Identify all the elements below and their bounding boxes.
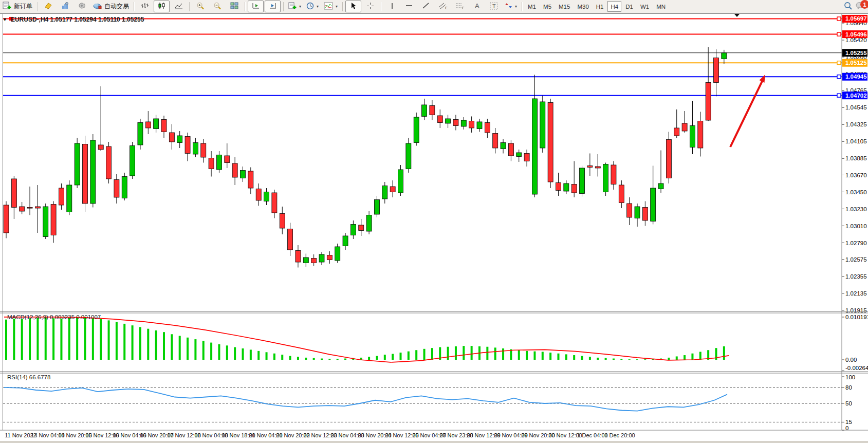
chart-shift-button[interactable] [265,1,281,12]
macd-histogram-bar [21,319,23,360]
date-axis-label[interactable]: 1 Dec 20:00 [604,432,635,438]
line-handle[interactable] [837,17,841,21]
sound-icon [78,2,86,11]
annotation-arrow[interactable] [730,79,763,147]
cursor-button[interactable] [345,1,361,12]
price-tick-label: 1.04545 [845,104,867,110]
price-level-badge-text: 1.04945 [845,73,867,80]
candle-body [706,83,711,121]
timeframe-m15[interactable]: M15 [556,1,573,12]
horizontal-line-button[interactable] [401,1,417,12]
timeframe-m5[interactable]: M5 [540,1,555,12]
timeframe-mn[interactable]: MN [653,1,669,12]
tile-windows-button[interactable] [226,1,242,12]
candle-body [272,193,277,213]
bar-chart-button[interactable] [137,1,153,12]
price-tick-label: 1.03670 [845,172,867,178]
candle-body [556,183,561,191]
macd-histogram-bar [549,353,551,360]
macd-histogram-bar [463,346,465,360]
timeframe-w1[interactable]: W1 [637,1,652,12]
templates-button[interactable]: ▾ [286,1,303,12]
chart-menu-icon[interactable]: ▼ [3,17,7,22]
fibonacci-button[interactable]: F [452,1,468,12]
charts-tag-button[interactable] [40,1,56,12]
candle-body [611,165,616,184]
vertical-line-button[interactable] [384,1,400,12]
macd-histogram-bar [147,329,149,360]
candle-body [493,134,498,149]
macd-histogram-bar [273,354,275,360]
candle-body [303,257,308,263]
chevron-down-icon: ▾ [336,4,338,9]
price-tick-label: 1.04105 [845,138,867,144]
chevron-down-icon: ▾ [299,4,301,9]
labelT-icon: T [490,2,498,11]
indicator-icon [324,2,333,11]
macd-histogram-bar [723,346,725,360]
macd-histogram-bar [644,359,646,360]
zoom-out-button[interactable] [209,1,225,12]
auto-trading-button[interactable]: 自动交易 [91,1,131,12]
sound-alert-button[interactable] [74,1,90,12]
candles-icon [158,2,166,11]
channel-button[interactable]: E [435,1,451,12]
chart-canvas[interactable]: 1.056401.054201.052001.049801.047651.045… [0,0,868,443]
candle-body [256,189,261,201]
macd-histogram-bar [5,320,7,360]
macd-histogram-bar [668,358,670,360]
candle-body [241,171,246,178]
candlestick-chart-button[interactable] [154,1,170,12]
macd-histogram-bar [384,355,386,360]
macd-histogram-bar [281,355,283,360]
new-order-icon [3,2,12,11]
line-handle[interactable] [837,32,841,36]
candle-body [690,126,695,147]
chevron-down-icon: ▾ [515,4,517,9]
candle-body [619,185,624,203]
candle-body [674,128,679,136]
price-level-badge-text: 1.05125 [845,60,867,66]
candle-body [201,143,206,157]
timeframe-m1[interactable]: M1 [525,1,539,12]
macd-histogram-bar [605,358,607,360]
macd-histogram-bar [486,347,488,360]
timeframe-h1[interactable]: H1 [593,1,607,12]
macd-histogram-bar [226,345,228,360]
rsi-axis-label: 0 [845,425,848,431]
auto-trade-icon [93,2,102,11]
candle-body [571,184,577,193]
macd-histogram-bar [45,318,47,360]
chart-title-bar[interactable]: ▼ EURUSD-,H4 1.05177 1.05294 1.05110 1.0… [3,16,144,23]
timeframe-d1[interactable]: D1 [622,1,636,12]
text-button[interactable]: A [469,1,485,12]
toolbar-separator [381,2,381,11]
line-handle[interactable] [837,94,841,97]
date-axis-label[interactable]: 1 Dec 04:00 [577,432,607,438]
crosshair-button[interactable] [362,1,378,12]
line-handle[interactable] [837,61,841,65]
trendline-button[interactable] [418,1,434,12]
timeframe-h4[interactable]: H4 [607,1,621,12]
arrows-button[interactable]: ▾ [503,1,519,12]
label-button[interactable]: T [486,1,502,12]
candle-body [225,156,230,163]
candle-body [603,164,608,192]
candle-body [398,170,403,193]
macd-histogram-bar [139,327,141,360]
notifications-button[interactable]: 1 [856,2,865,11]
auto-scroll-button[interactable] [248,1,264,12]
candle-body [185,137,190,154]
line-chart-button[interactable] [171,1,187,12]
macd-histogram-bar [613,359,615,360]
line-handle[interactable] [837,75,841,79]
search-icon[interactable] [844,2,853,12]
period-button[interactable]: ▾ [304,1,321,12]
timeframe-m30[interactable]: M30 [574,1,592,12]
zoom-in-button[interactable] [192,1,208,12]
candle-body [288,229,293,250]
indicators-button[interactable]: ▾ [322,1,340,12]
macd-histogram-bar [629,359,631,360]
new-order-button[interactable]: 新订单 [1,1,34,12]
market-watch-button[interactable] [57,1,73,12]
